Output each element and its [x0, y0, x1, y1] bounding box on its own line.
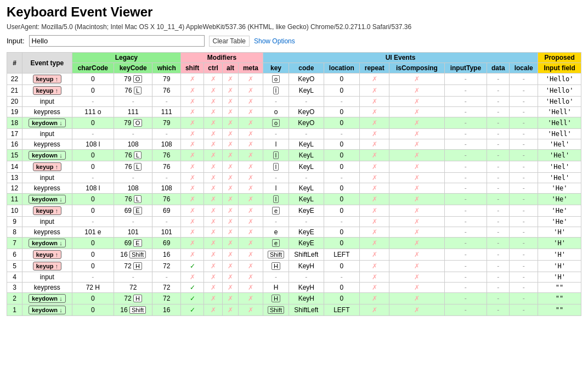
cell: - — [152, 217, 181, 227]
cell: - — [324, 97, 360, 107]
cell: - — [510, 283, 538, 293]
cell-key: e — [263, 238, 289, 249]
cell-key: Shift — [263, 249, 289, 261]
text-input[interactable] — [29, 35, 205, 47]
cell: ✗ — [389, 205, 444, 217]
cell: ✗ — [181, 194, 204, 205]
cell: - — [510, 293, 538, 304]
show-options-link[interactable]: Show Options — [254, 37, 295, 45]
cell: ✗ — [223, 150, 239, 161]
cell: - — [510, 238, 538, 249]
cell-inputfield: "" — [538, 304, 581, 316]
cell: ✗ — [181, 217, 204, 227]
cell: 72 H — [72, 283, 114, 293]
cell: ✗ — [223, 227, 239, 238]
cell: - — [444, 85, 487, 97]
cell-keycode: 76 L — [114, 85, 152, 97]
cell: ✗ — [360, 205, 389, 217]
cell: 0 — [72, 205, 114, 217]
cell: 16 — [152, 304, 181, 316]
cell: ✗ — [389, 217, 444, 227]
sh-charcode: charCode — [72, 63, 114, 74]
cell: - — [487, 249, 510, 261]
sh-which: which — [152, 63, 181, 74]
cell-eventtype: keypress — [22, 283, 72, 293]
cell-key: - — [263, 173, 289, 183]
cell: ✗ — [389, 74, 444, 85]
cell: - — [72, 97, 114, 107]
cell: 22 — [7, 74, 22, 85]
keycode-badge: Shift — [129, 306, 146, 314]
cell: ✗ — [181, 74, 204, 85]
cell: - — [487, 183, 510, 194]
cell: ✓ — [181, 304, 204, 316]
cell-key: Shift — [263, 304, 289, 316]
cell: - — [444, 129, 487, 139]
cell: ✓ — [181, 293, 204, 304]
table-row: 13input---✗✗✗✗---✗✗---'Hel' — [7, 173, 581, 183]
table-row: 15keydown ↓076 L76✗✗✗✗lKeyL0✗✗---'Hel' — [7, 150, 581, 161]
cell: 72 — [152, 283, 181, 293]
cell-keycode: 111 — [114, 107, 152, 117]
group-legacy: Legacy — [72, 53, 181, 63]
keycode-badge: L — [134, 195, 142, 203]
cell: ✗ — [203, 74, 222, 85]
cell: ✗ — [238, 272, 263, 283]
cell: 0 — [324, 139, 360, 150]
cell: ✗ — [389, 283, 444, 293]
cell: 1 — [7, 304, 22, 316]
table-row: 2keydown ↓072 H72✓✗✗✗HKeyH0✗✗---"" — [7, 293, 581, 304]
cell: - — [152, 97, 181, 107]
cell: 0 — [324, 150, 360, 161]
cell: - — [152, 173, 181, 183]
cell: ✗ — [238, 304, 263, 316]
sh-inputfield: Input field — [538, 63, 581, 74]
key-badge-green: e — [272, 239, 280, 247]
cell: ✗ — [360, 217, 389, 227]
cell: - — [487, 85, 510, 97]
cell: ✗ — [360, 117, 389, 129]
cell: - — [444, 117, 487, 129]
cell-eventtype: input — [22, 217, 72, 227]
cell: - — [487, 304, 510, 316]
cell-keycode: 79 O — [114, 74, 152, 85]
cell-key: - — [263, 272, 289, 283]
keycode-badge: Shift — [129, 251, 146, 258]
cell: - — [510, 261, 538, 272]
cell: ✓ — [181, 283, 204, 293]
clear-table-button[interactable]: Clear Table — [209, 36, 250, 47]
cell: 0 — [72, 117, 114, 129]
cell: - — [72, 129, 114, 139]
cell-inputfield: 'He' — [538, 194, 581, 205]
cell: ✗ — [238, 249, 263, 261]
cell: ✗ — [238, 227, 263, 238]
cell: ✗ — [203, 272, 222, 283]
cell: ✗ — [238, 173, 263, 183]
cell: 0 — [72, 293, 114, 304]
cell-keycode: 69 E — [114, 205, 152, 217]
table-row: 17input---✗✗✗✗---✗✗---'Hell' — [7, 129, 581, 139]
cell: 108 — [152, 139, 181, 150]
cell: - — [487, 173, 510, 183]
table-row: 3keypress72 H7272✓✗✗✗HKeyH0✗✗---"" — [7, 283, 581, 293]
cell: - — [487, 74, 510, 85]
cell: - — [72, 272, 114, 283]
cell: 7 — [7, 238, 22, 249]
cell: - — [487, 283, 510, 293]
cell: ✗ — [360, 161, 389, 173]
cell: - — [324, 173, 360, 183]
cell-key: l — [263, 183, 289, 194]
cell: 21 — [7, 85, 22, 97]
cell-inputfield: 'Hello' — [538, 97, 581, 107]
cell: KeyO — [289, 117, 324, 129]
page-title: Keyboard Event Viewer — [7, 4, 581, 20]
cell: ✗ — [223, 304, 239, 316]
cell: - — [444, 238, 487, 249]
cell-inputfield: 'H' — [538, 261, 581, 272]
sh-ctrl: ctrl — [203, 63, 222, 74]
cell-eventtype: keypress — [22, 107, 72, 117]
cell: - — [487, 227, 510, 238]
cell: ✗ — [360, 272, 389, 283]
key-badge-green: Shift — [268, 306, 284, 314]
cell-inputfield: 'H' — [538, 249, 581, 261]
